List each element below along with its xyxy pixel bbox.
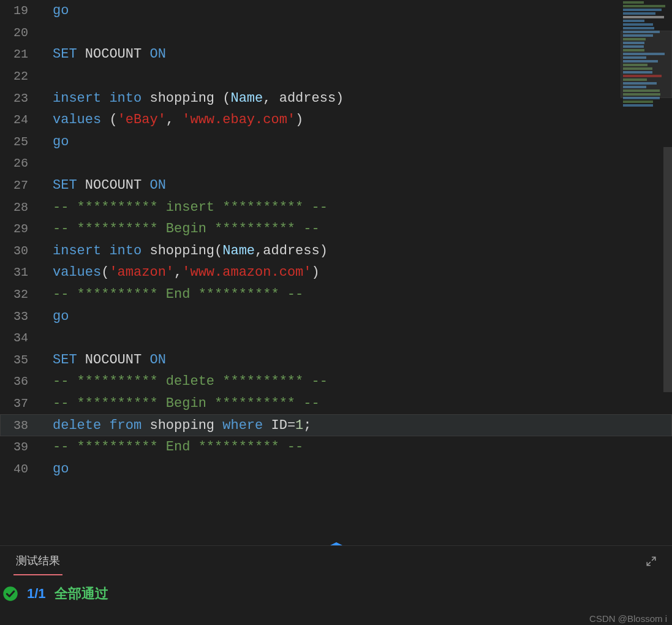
minimap-row: [623, 104, 653, 107]
line-content[interactable]: values('amazon','www.amazon.com'): [44, 265, 320, 280]
line-content[interactable]: -- ********** Begin ********** --: [44, 396, 320, 411]
line-content[interactable]: insert into shopping (Name, address): [44, 91, 344, 106]
line-number: 27: [0, 178, 44, 192]
line-number: 25: [0, 135, 44, 149]
svg-point-2: [3, 586, 17, 600]
code-line[interactable]: 38delete from shopping where ID=1;: [0, 414, 672, 436]
line-number: 28: [0, 200, 44, 214]
line-number: 20: [0, 26, 44, 40]
code-line[interactable]: 21SET NOCOUNT ON: [0, 44, 672, 66]
tab-test-results[interactable]: 测试结果: [13, 547, 62, 575]
line-number: 21: [0, 47, 44, 61]
code-line[interactable]: 32-- ********** End ********** --: [0, 284, 672, 306]
line-number: 33: [0, 309, 44, 324]
vertical-scrollbar-thumb[interactable]: [663, 147, 672, 392]
line-number: 38: [0, 419, 44, 433]
panel-actions: [644, 554, 659, 569]
line-content[interactable]: SET NOCOUNT ON: [44, 352, 166, 368]
code-line[interactable]: 29-- ********** Begin ********** --: [0, 218, 672, 240]
line-content[interactable]: values ('eBay', 'www.ebay.com'): [44, 112, 303, 127]
code-line[interactable]: 24values ('eBay', 'www.ebay.com'): [0, 109, 672, 131]
line-number: 26: [0, 156, 44, 170]
code-line[interactable]: 31values('amazon','www.amazon.com'): [0, 262, 672, 284]
line-content[interactable]: -- ********** End ********** --: [44, 287, 303, 302]
code-line[interactable]: 25go: [0, 131, 672, 153]
line-number: 30: [0, 244, 44, 258]
code-editor[interactable]: 19go2021SET NOCOUNT ON2223insert into sh…: [0, 0, 672, 545]
line-content[interactable]: -- ********** End ********** --: [44, 439, 303, 455]
code-line[interactable]: 30insert into shopping(Name,address): [0, 240, 672, 262]
code-line[interactable]: 19go: [0, 0, 672, 22]
line-content[interactable]: delete from shopping where ID=1;: [44, 418, 312, 433]
bottom-panel: 测试结果 1/1 全部通过: [0, 545, 672, 613]
code-line[interactable]: 35SET NOCOUNT ON: [0, 349, 672, 371]
line-number: 35: [0, 353, 44, 367]
line-number: 34: [0, 331, 44, 345]
line-number: 36: [0, 374, 44, 388]
code-line[interactable]: 23insert into shopping (Name, address): [0, 87, 672, 109]
line-number: 40: [0, 462, 44, 476]
minimap-row: [623, 23, 653, 26]
panel-tab-bar: 测试结果: [0, 546, 672, 577]
sash-grip-icon: [327, 542, 345, 543]
code-line[interactable]: 20: [0, 22, 672, 44]
line-number: 19: [0, 4, 44, 18]
minimap-row: [623, 27, 654, 29]
minimap-row: [623, 1, 644, 4]
code-line[interactable]: 36-- ********** delete ********** --: [0, 371, 672, 393]
minimap-row: [623, 12, 655, 15]
test-pass-count: 1/1: [27, 586, 46, 602]
line-content[interactable]: -- ********** Begin ********** --: [44, 221, 320, 237]
minimap-row: [623, 5, 665, 7]
line-number: 39: [0, 440, 44, 454]
code-line[interactable]: 26: [0, 153, 672, 175]
minimap-row: [623, 20, 644, 22]
code-line[interactable]: 34: [0, 327, 672, 349]
minimap-row: [623, 16, 664, 18]
line-content[interactable]: -- ********** delete ********** --: [44, 374, 328, 389]
minimap-row: [623, 9, 662, 11]
minimap-row: [623, 100, 653, 103]
maximize-panel-icon[interactable]: [644, 554, 659, 569]
line-number: 31: [0, 265, 44, 279]
line-content[interactable]: go: [44, 134, 69, 150]
test-result-text: 全部通过: [55, 585, 108, 603]
code-line[interactable]: 33go: [0, 305, 672, 327]
line-content[interactable]: SET NOCOUNT ON: [44, 178, 166, 193]
editor-area: 19go2021SET NOCOUNT ON2223insert into sh…: [0, 0, 672, 545]
line-content[interactable]: go: [44, 3, 69, 18]
line-number: 29: [0, 222, 44, 236]
code-line[interactable]: 28-- ********** insert ********** --: [0, 196, 672, 218]
panel-content: 1/1 全部通过: [0, 577, 672, 611]
vertical-scrollbar-track[interactable]: [663, 0, 672, 545]
line-content[interactable]: go: [44, 461, 69, 477]
line-content[interactable]: go: [44, 309, 69, 324]
check-circle-icon: [2, 586, 18, 602]
line-number: 24: [0, 113, 44, 127]
watermark-text: CSDN @Blossom i: [589, 613, 667, 624]
line-content[interactable]: SET NOCOUNT ON: [44, 47, 166, 62]
line-content[interactable]: insert into shopping(Name,address): [44, 243, 328, 259]
line-number: 37: [0, 396, 44, 411]
line-content[interactable]: -- ********** insert ********** --: [44, 200, 328, 215]
code-line[interactable]: 22: [0, 66, 672, 88]
code-line[interactable]: 40go: [0, 458, 672, 480]
code-line[interactable]: 37-- ********** Begin ********** --: [0, 393, 672, 415]
line-number: 23: [0, 91, 44, 105]
code-line[interactable]: 27SET NOCOUNT ON: [0, 175, 672, 197]
line-number: 22: [0, 69, 44, 83]
line-number: 32: [0, 287, 44, 301]
code-line[interactable]: 39-- ********** End ********** --: [0, 436, 672, 458]
